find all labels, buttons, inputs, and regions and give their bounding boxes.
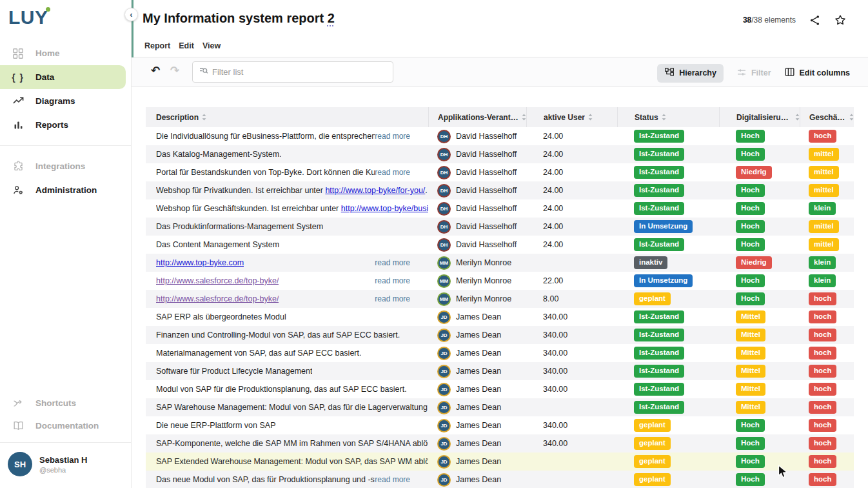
digitalization-cell: Mittel (719, 398, 800, 416)
page-header: ‹ My Information system report 2 ReportE… (132, 0, 868, 57)
active-users-cell: 340.00 (526, 326, 617, 344)
sidebar-item-data[interactable]: { }Data (0, 65, 126, 89)
menu-item-edit[interactable]: Edit (179, 41, 194, 50)
column-header-aktive-user[interactable]: aktive User (526, 107, 617, 127)
owner-cell: DHDavid Hasselhoff (428, 127, 526, 145)
table-row[interactable]: Das neue Modul von SAP, das für Produkti… (146, 471, 854, 488)
sidebar-item-administration[interactable]: Administration (0, 178, 131, 202)
column-header-applikations-verantwortlicher[interactable]: Applikations-Verantwortlicher (428, 107, 526, 127)
table-row[interactable]: Modul von SAP für die Produktionsplanung… (146, 380, 854, 398)
sort-icon[interactable] (522, 114, 526, 121)
table-row[interactable]: SAP-Komponente, welche die SAP MM im Rah… (146, 434, 854, 452)
status-cell: In Umsetzung (617, 218, 719, 236)
description-link[interactable]: http://www.salesforce.de/top-byke/ (156, 276, 279, 285)
column-header-description[interactable]: Description (146, 107, 428, 127)
table-row[interactable]: Finanzen und Controlling-Modul von SAP, … (146, 326, 854, 344)
business-criticality-cell: hoch (800, 290, 854, 308)
filter-list-input-box[interactable] (192, 61, 393, 83)
business-criticality-cell: klein (800, 254, 854, 272)
business-criticality-badge: hoch (809, 401, 836, 414)
read-more-link[interactable]: read more (375, 294, 428, 303)
table-row[interactable]: SAP Extended Warehouse Management: Modul… (146, 452, 854, 471)
filter-button: Filter (736, 64, 771, 83)
table-row[interactable]: Webshop für Geschäftskunden. Ist erreich… (146, 199, 854, 218)
sidebar-item-label: Documentation (35, 421, 99, 431)
description-link[interactable]: http://www.salesforce.de/top-byke/ (156, 294, 279, 303)
table-row[interactable]: Software für Product Lifecycle Managemen… (146, 362, 854, 380)
share-icon[interactable] (809, 14, 821, 26)
column-header-gesch-ftskritikalit-t[interactable]: Geschäftskritikalität (800, 107, 854, 127)
edit-columns-button[interactable]: Edit columns (784, 63, 850, 83)
description-cell: Das Content Management System (146, 236, 428, 254)
sort-icon[interactable] (202, 114, 206, 121)
sidebar-item-integrations: Integrations (0, 154, 131, 178)
table-row[interactable]: Portal für Bestandskunden von Top-Byke. … (146, 163, 854, 181)
digitalization-badge: Mittel (736, 347, 765, 360)
sort-icon[interactable] (849, 114, 854, 121)
sort-icon[interactable] (795, 114, 800, 121)
table-row[interactable]: Das Katalog-Management-System.DHDavid Ha… (146, 145, 854, 163)
status-cell: Ist-Zustand (617, 326, 719, 344)
menu-item-view[interactable]: View (202, 41, 221, 50)
status-badge: Ist-Zustand (634, 329, 684, 342)
description-text: Die neue ERP-Plattform von SAP (156, 421, 276, 430)
owner-cell: DHDavid Hasselhoff (428, 236, 526, 254)
description-cell: Das Produktinformations-Management Syste… (146, 218, 428, 236)
sort-icon[interactable] (588, 114, 593, 121)
read-more-link[interactable]: read more (375, 276, 428, 285)
sidebar-item-diagrams[interactable]: Diagrams (0, 89, 131, 113)
user-profile[interactable]: SH Sebastian H @sebha (0, 442, 131, 488)
business-criticality-cell: hoch (800, 308, 854, 326)
menu-item-report[interactable]: Report (144, 41, 170, 50)
read-more-link[interactable]: read more (375, 475, 428, 484)
column-header-status[interactable]: Status (617, 107, 719, 127)
table-row[interactable]: Webshop für Privatkunden. Ist erreichbar… (146, 181, 854, 199)
main-area: ‹ My Information system report 2 ReportE… (132, 0, 868, 488)
description-cell: SAP-Komponente, welche die SAP MM im Rah… (146, 434, 428, 452)
table-row[interactable]: Die neue ERP-Plattform von SAPJDJames De… (146, 416, 854, 434)
read-more-link[interactable]: read more (375, 168, 428, 177)
table-row[interactable]: SAP Warehouse Management: Modul von SAP,… (146, 398, 854, 416)
table-row[interactable]: Das Content Management SystemDHDavid Has… (146, 236, 854, 254)
sidebar-collapse-button[interactable]: ‹ (124, 8, 138, 21)
digitalization-badge: Hoch (736, 292, 765, 306)
digitalization-cell: Mittel (719, 326, 800, 344)
hierarchy-button[interactable]: Hierarchy (657, 64, 724, 83)
read-more-link[interactable]: read more (375, 258, 428, 267)
digitalization-badge: Mittel (736, 383, 765, 396)
description-text: http://www.salesforce.de/top-byke/ (156, 294, 279, 303)
user-handle: @sebha (39, 466, 87, 474)
table-row[interactable]: Die Individuallösung für eBusiness-Platt… (146, 127, 854, 145)
sidebar-item-reports[interactable]: Reports (0, 113, 131, 137)
description-link[interactable]: http://www.top-byke/business/ (341, 204, 428, 213)
description-link[interactable]: http://www.top-byke.com (156, 258, 244, 267)
sidebar-item-label: Home (35, 48, 60, 58)
business-criticality-cell: mittel (800, 145, 854, 163)
digitalization-cell: Hoch (719, 272, 800, 290)
description-cell: Portal für Bestandskunden von Top-Byke. … (146, 163, 428, 181)
owner-cell: JDJames Dean (428, 344, 526, 362)
table-row[interactable]: Das Produktinformations-Management Syste… (146, 218, 854, 236)
digitalization-cell: Mittel (719, 344, 800, 362)
undo-button[interactable]: ↶ (151, 64, 160, 77)
sort-icon[interactable] (662, 114, 666, 121)
sidebar: LUY Home{ }DataDiagramsReportsIntegratio… (0, 0, 132, 488)
filter-list-input[interactable] (212, 67, 373, 77)
column-label: aktive User (544, 113, 585, 122)
column-label: Geschäftskritikalität (809, 113, 846, 122)
table-row[interactable]: SAP ERP als übergeordnetes ModulJDJames … (146, 308, 854, 326)
table-row[interactable]: http://www.salesforce.de/top-byke/read m… (146, 272, 854, 290)
book-icon (11, 420, 25, 432)
favorite-star-icon[interactable] (834, 14, 847, 26)
active-users-cell: 8.00 (526, 290, 617, 308)
avatar: JD (437, 401, 451, 414)
description-cell: SAP Warehouse Management: Modul von SAP,… (146, 398, 428, 416)
table-row[interactable]: Materialmanagement von SAP, das auf SAP … (146, 344, 854, 362)
description-link[interactable]: http://www.top-byke/for-you/ (325, 186, 425, 195)
digitalization-cell: Hoch (719, 416, 800, 434)
table-row[interactable]: http://www.top-byke.comread moreMMMerily… (146, 254, 854, 272)
table-row[interactable]: http://www.salesforce.de/top-byke/read m… (146, 290, 854, 308)
read-more-link[interactable]: read more (375, 132, 428, 141)
business-criticality-badge: hoch (809, 329, 836, 342)
column-header-digitalisierungsgrad[interactable]: Digitalisierungsgrad (719, 107, 800, 127)
